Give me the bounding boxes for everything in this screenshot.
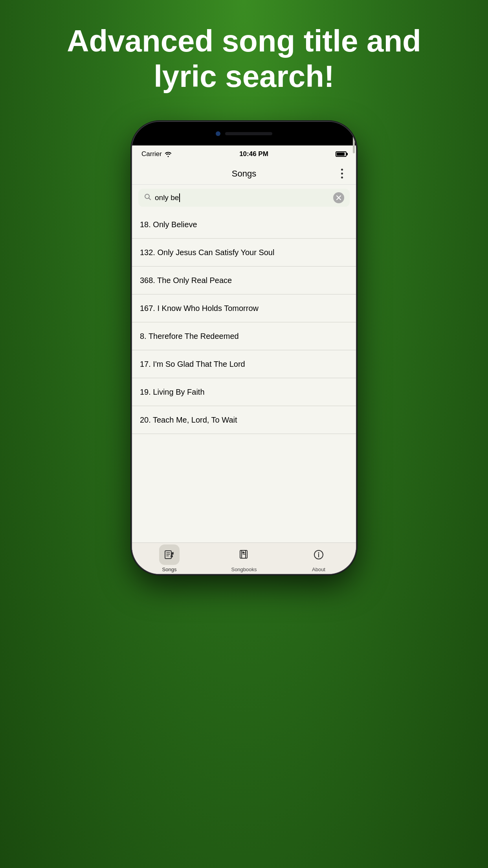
page-title: Songs	[232, 169, 256, 179]
result-text: 8. Therefore The Redeemed	[140, 332, 239, 340]
about-tab-icon-wrap	[308, 544, 329, 565]
search-container: only be	[132, 185, 356, 211]
menu-button[interactable]	[336, 167, 348, 180]
songbooks-icon	[238, 549, 250, 560]
result-text: 19. Living By Faith	[140, 388, 205, 396]
phone-frame: Carrier 10:46 PM Songs	[132, 122, 356, 574]
camera-dot	[216, 131, 220, 136]
status-bar: Carrier 10:46 PM	[132, 145, 356, 163]
songs-tab-label: Songs	[162, 566, 177, 572]
search-input[interactable]: only be	[155, 193, 330, 202]
list-item[interactable]: 18. Only Believe	[132, 211, 356, 239]
battery-icon	[336, 151, 347, 157]
result-text: 132. Only Jesus Can Satisfy Your Soul	[140, 248, 274, 257]
svg-point-2	[171, 555, 173, 557]
navigation-bar: Songs	[132, 163, 356, 185]
svg-rect-1	[165, 551, 171, 559]
status-time: 10:46 PM	[239, 150, 268, 158]
list-item[interactable]: 132. Only Jesus Can Satisfy Your Soul	[132, 239, 356, 267]
result-text: 17. I'm So Glad That The Lord	[140, 360, 245, 368]
list-item[interactable]: 8. Therefore The Redeemed	[132, 322, 356, 350]
speaker-bar	[225, 132, 272, 135]
results-list: 18. Only Believe132. Only Jesus Can Sati…	[132, 211, 356, 542]
about-tab-label: About	[312, 566, 325, 572]
svg-point-7	[318, 552, 319, 554]
list-item[interactable]: 17. I'm So Glad That The Lord	[132, 350, 356, 378]
tab-bar: Songs Songbooks	[132, 542, 356, 574]
songbooks-tab-icon-wrap	[234, 544, 254, 565]
carrier-label: Carrier	[141, 150, 172, 158]
wifi-icon	[164, 151, 172, 157]
phone-screen: Carrier 10:46 PM Songs	[132, 145, 356, 574]
list-item[interactable]: 20. Teach Me, Lord, To Wait	[132, 406, 356, 434]
songs-icon	[164, 549, 175, 560]
songs-tab-icon-wrap	[159, 544, 180, 565]
search-bar[interactable]: only be	[138, 189, 350, 207]
result-text: 18. Only Believe	[140, 220, 197, 229]
tab-songs[interactable]: Songs	[132, 544, 207, 572]
battery-indicator	[336, 151, 347, 157]
list-item[interactable]: 19. Living By Faith	[132, 378, 356, 406]
svg-rect-5	[242, 552, 244, 554]
songbooks-tab-label: Songbooks	[231, 566, 257, 572]
list-item[interactable]: 368. The Only Real Peace	[132, 267, 356, 294]
cursor	[179, 193, 180, 202]
search-clear-button[interactable]	[333, 192, 344, 203]
tab-songbooks[interactable]: Songbooks	[207, 544, 281, 572]
battery-fill	[337, 153, 345, 156]
three-dots-icon	[341, 169, 343, 178]
result-text: 20. Teach Me, Lord, To Wait	[140, 416, 237, 424]
result-text: 167. I Know Who Holds Tomorrow	[140, 304, 259, 313]
result-text: 368. The Only Real Peace	[140, 276, 232, 285]
promo-heading: Advanced song title and lyric search!	[0, 24, 488, 94]
search-icon	[144, 193, 152, 202]
tab-about[interactable]: About	[281, 544, 356, 572]
phone-notch	[132, 122, 356, 145]
about-icon	[313, 549, 324, 560]
list-item[interactable]: 167. I Know Who Holds Tomorrow	[132, 294, 356, 322]
